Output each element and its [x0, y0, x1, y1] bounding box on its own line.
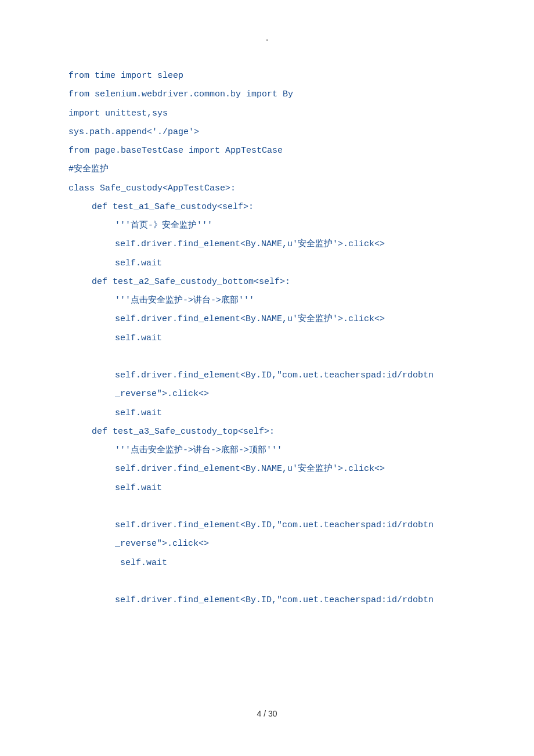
code-line: self.wait: [68, 554, 466, 573]
code-line: from time import sleep: [68, 67, 466, 85]
code-line: from page.baseTestCase import AppTestCas…: [68, 142, 466, 160]
code-line: self.driver.find_element<By.NAME,u'安全监护'…: [68, 235, 466, 254]
code-line: [68, 348, 466, 366]
code-line: import unittest,sys: [68, 105, 466, 123]
code-line: self.driver.find_element<By.NAME,u'安全监护'…: [68, 460, 466, 478]
code-line: def test_a3_Safe_custody_top<self>:: [68, 423, 466, 441]
header-marker: .: [265, 35, 269, 43]
code-line: '''首页-》安全监护''': [68, 217, 466, 235]
code-line: self.driver.find_element<By.ID,"com.uet.…: [68, 366, 466, 385]
code-line: self.wait: [68, 404, 466, 423]
code-line: #安全监护: [68, 160, 466, 179]
code-line: self.wait: [68, 254, 466, 273]
code-line: self.driver.find_element<By.ID,"com.uet.…: [68, 516, 466, 535]
code-line: self.driver.find_element<By.NAME,u'安全监护'…: [68, 310, 466, 329]
code-block: from time import sleepfrom selenium.webd…: [68, 67, 466, 610]
code-line: from selenium.webdriver.common.by import…: [68, 85, 466, 104]
code-line: [68, 498, 466, 516]
code-line: def test_a2_Safe_custody_bottom<self>:: [68, 273, 466, 291]
code-line: '''点击安全监护->讲台->底部''': [68, 291, 466, 310]
code-line: class Safe_custody<AppTestCase>:: [68, 179, 466, 198]
code-line: [68, 573, 466, 591]
code-line: self.driver.find_element<By.ID,"com.uet.…: [68, 591, 466, 610]
page-number: 4 / 30: [257, 709, 277, 718]
code-line: sys.path.append<'./page'>: [68, 123, 466, 142]
code-line: '''点击安全监护->讲台->底部->顶部''': [68, 441, 466, 460]
code-line: def test_a1_Safe_custody<self>:: [68, 198, 466, 217]
code-line: _reverse">.click<>: [68, 535, 466, 553]
code-line: self.wait: [68, 479, 466, 498]
code-line: _reverse">.click<>: [68, 385, 466, 404]
code-line: self.wait: [68, 329, 466, 348]
